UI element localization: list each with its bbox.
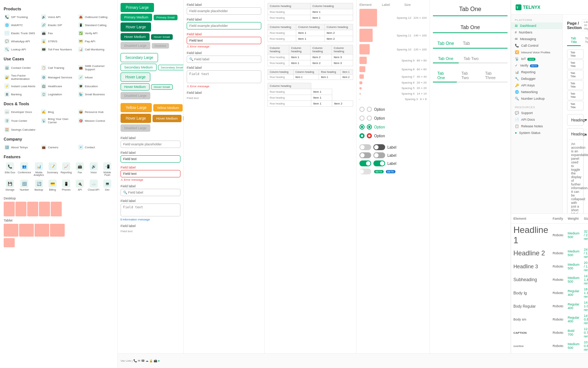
tab-two-4[interactable]: Tab Two [459, 54, 484, 63]
field-search-input[interactable] [121, 189, 180, 196]
field-input-1[interactable] [121, 141, 180, 148]
toggle-on-2[interactable] [373, 160, 385, 166]
hover-secondary-small-button[interactable]: Hover Small [151, 84, 173, 90]
feature-phones[interactable]: 📱Phones [60, 178, 72, 192]
nav-infuse[interactable]: 💉 Infuse [78, 73, 114, 82]
toggle-on-1[interactable] [359, 160, 371, 166]
hover-large-button[interactable]: Hover Large [121, 22, 151, 32]
nav-item-whatsapp[interactable]: 💬 WhatsApp API [4, 38, 40, 45]
nav-item-stir[interactable]: 🔒 STIR/S [40, 38, 76, 45]
nav-item-toll[interactable]: 📟 Toll Free Numbers [40, 46, 76, 53]
nav-item-pay[interactable]: 💳 Pay API [78, 38, 114, 45]
feature-dev[interactable]: 💻Dev [101, 178, 114, 192]
sidebar-link-call-control[interactable]: 📞 Call Control [511, 42, 562, 49]
toggle-mid-2[interactable] [373, 152, 385, 158]
nav-small-biz[interactable]: 🏪 Small Business [78, 91, 114, 98]
tab-one-3[interactable]: Tab One [433, 39, 458, 49]
tab-title-active[interactable]: Tab Title [567, 35, 581, 46]
hover-yellow-large-button[interactable]: Hover Large [121, 114, 151, 123]
feature-conf[interactable]: 👥Conference [17, 161, 31, 177]
nav-contact-center[interactable]: 🏢 Contact Center [4, 63, 40, 72]
nav-alerts[interactable]: ⚡ Instant Lead Alerts [4, 82, 40, 90]
nav-item-fax[interactable]: 📠 Fax [40, 29, 76, 37]
sidebar-link-support[interactable]: 💬 Support [511, 110, 562, 116]
nav-dev-docs[interactable]: 📖 Developer Docs [4, 108, 40, 116]
secondary-small-button[interactable]: Secondary Small [158, 65, 184, 70]
nav-managed[interactable]: ⚙️ Managed Services [40, 73, 76, 82]
field-input-error[interactable] [121, 170, 180, 177]
feature-api[interactable]: 🔌API [74, 178, 86, 192]
feature-billing[interactable]: 💳Billing [46, 178, 59, 192]
sidebar-link-number-lookup[interactable]: 🔍 Number Lookup [511, 95, 562, 102]
field2-input-active[interactable] [187, 22, 261, 29]
field2-input-error[interactable] [187, 37, 261, 44]
nav-blog[interactable]: ✍️ Blog [40, 108, 76, 116]
sidebar-link-messaging[interactable]: ✉ Messaging [511, 36, 562, 42]
sidebar-link-numbers[interactable]: # Numbers [511, 29, 562, 36]
sec-tab-1[interactable]: Tab Title [567, 49, 584, 59]
sidebar-link-api-keys[interactable]: 🔑 API Keys [511, 82, 562, 89]
feature-number[interactable]: 🔢Number [17, 178, 31, 192]
hover-small-button[interactable]: Hover Small [151, 34, 173, 40]
sidebar-link-iot[interactable]: 📡 IoT NEW [511, 56, 562, 62]
sec-tab-4[interactable]: Tab Title [567, 80, 584, 90]
feature-push[interactable]: 📲Mobile Push [101, 161, 114, 177]
tab-one-5[interactable]: Tab One [433, 69, 457, 82]
field2-textarea[interactable] [187, 70, 261, 83]
nav-item-outbound[interactable]: 📤 Outbound Calling [78, 13, 114, 21]
hover-secondary-large-button[interactable]: Hover Large [121, 72, 150, 82]
nav-education[interactable]: 🎓 Education [78, 82, 114, 90]
nav-item-sip[interactable]: 📞 SIP Trunking [4, 13, 40, 21]
tab-two-5[interactable]: Tab Two [457, 69, 481, 82]
hover-yellow-medium-button[interactable]: Hover Medium [153, 115, 182, 122]
nav-about[interactable]: ℹ️ About Telnyx [4, 144, 40, 151]
feature-fax[interactable]: 📠Fax [74, 161, 86, 177]
sidebar-link-system-status[interactable]: ● System Status [511, 130, 562, 136]
feature-reporting[interactable]: 📈Reporting [60, 161, 72, 177]
radio-unselected-4[interactable] [367, 116, 372, 121]
nav-item-verify[interactable]: ✅ Verify API [78, 29, 114, 37]
field-textarea[interactable] [121, 204, 180, 216]
hover-medium-button[interactable]: Hover Medium [121, 33, 150, 40]
nav-item-voice-api[interactable]: 🔊 Voice API [40, 13, 76, 21]
sidebar-link-verify[interactable]: ✓ Verify BETA [511, 62, 562, 69]
feature-summary[interactable]: 📝Summary [46, 161, 59, 177]
feature-analytics[interactable]: 📊Media Analytics [32, 161, 45, 177]
sidebar-link-inbound[interactable]: 🔀 Inbound Voice Profiles [511, 49, 562, 56]
radio-unselected-1[interactable] [359, 107, 365, 112]
nav-item-webrtc[interactable]: 🌐 WebRTC [4, 21, 40, 29]
accordion-collapsed-header[interactable]: Heading ▾ [567, 114, 583, 125]
sidebar-link-release-notes[interactable]: 📋 Release Notes [511, 123, 562, 130]
nav-call-training[interactable]: 📋 Call Training [40, 63, 76, 72]
nav-careers[interactable]: 💼 Careers [40, 144, 76, 151]
radio-selected-1[interactable] [359, 124, 365, 130]
nav-item-lookup[interactable]: 🔍 Lookup API [4, 46, 40, 53]
nav-item-monitor[interactable]: 📊 Call Monitoring [78, 46, 114, 53]
toggle-mid[interactable] [359, 152, 371, 158]
field2-input-1[interactable] [187, 7, 261, 15]
nav-healthcare[interactable]: 🏥 Healthcare [40, 82, 76, 90]
sidebar-link-debugger[interactable]: 🔧 Debugger [511, 75, 562, 82]
sec-tab-5[interactable]: Tab Title [567, 91, 584, 100]
hover-secondary-medium-button[interactable]: Hover Medium [121, 83, 150, 91]
sidebar-link-reporting[interactable]: 📊 Reporting [511, 69, 562, 75]
field2-search[interactable] [187, 56, 261, 63]
nav-resource[interactable]: 📦 Resource Hub [78, 108, 114, 116]
tab-two-3[interactable]: Tab [458, 39, 474, 48]
feature-cloud-api[interactable]: ☁️Cloud API [87, 178, 100, 192]
radio-error[interactable] [367, 133, 372, 138]
primary-small-button[interactable]: Primary Small [154, 15, 178, 20]
nav-savings[interactable]: 🧮 Savings Calculator [4, 126, 40, 133]
toggle-off-1[interactable] [359, 144, 371, 150]
primary-medium-button[interactable]: Primary Medium [121, 14, 152, 21]
nav-byoc[interactable]: 📡 Bring Your Own Carrier [40, 116, 76, 125]
nav-2fa[interactable]: 🔐 Two-Factor Authentication [4, 73, 40, 82]
nav-contact[interactable]: 📧 Contact [78, 144, 114, 151]
nav-item-standard[interactable]: 📱 Standard Calling [78, 21, 114, 29]
nav-banking[interactable]: 🏦 Banking [4, 91, 40, 98]
sec-tab-2[interactable]: Tab Title [567, 60, 584, 69]
toggle-dark[interactable] [373, 144, 385, 150]
yellow-medium-button[interactable]: Yellow Medium [153, 104, 183, 112]
accordion-expanded-header[interactable]: Heading ▴ [567, 128, 583, 139]
yellow-large-button[interactable]: Yellow Large [121, 103, 152, 112]
